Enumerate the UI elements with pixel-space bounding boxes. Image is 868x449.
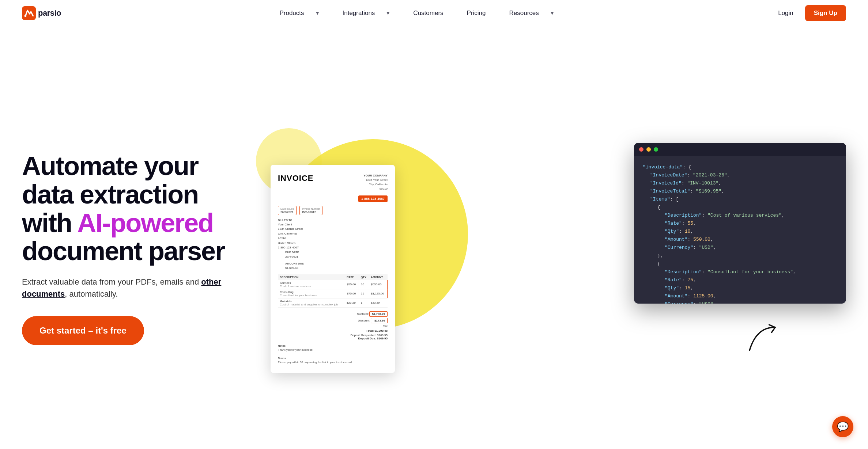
code-line: "Amount" xyxy=(643,293,687,299)
code-titlebar xyxy=(634,143,846,156)
invoice-cell-qty-1: 10 xyxy=(359,280,369,289)
invoice-number-value: INV-10012 xyxy=(302,210,316,214)
invoice-amount-due: $1,699.48 xyxy=(285,266,388,271)
code-line: { xyxy=(643,205,660,210)
code-line: : xyxy=(679,229,685,234)
code-line: 15 xyxy=(685,285,691,291)
invoice-col-rate: RATE xyxy=(345,274,359,280)
code-line: : xyxy=(693,245,699,250)
code-line: : xyxy=(682,180,687,186)
navbar: parsio Products ▾ Integrations ▾ Custome… xyxy=(0,0,868,26)
code-line: "InvoiceTotal" xyxy=(643,189,690,194)
code-line: "Description" xyxy=(643,213,702,218)
code-line: "Rate" xyxy=(643,277,682,283)
hero-subtitle: Extract valuable data from your PDFs, em… xyxy=(22,276,249,300)
code-line: 75 xyxy=(687,277,693,283)
code-line: , xyxy=(690,229,693,234)
code-line: : xyxy=(687,172,693,178)
code-line: : xyxy=(687,293,693,299)
company-name: YOUR COMPANY xyxy=(363,174,388,177)
invoice-col-qty: QTY xyxy=(359,274,369,280)
invoice-fields-row: Date Issued 26/3/2021 Invoice Number INV… xyxy=(278,206,388,215)
code-line: 55 xyxy=(687,221,693,226)
invoice-total: Total: $1,699.48 xyxy=(278,329,388,332)
invoice-cell-qty-3: 1 xyxy=(359,298,369,307)
code-line: "Cost of various services" xyxy=(707,213,782,218)
signup-button[interactable]: Sign Up xyxy=(805,5,846,21)
logo-text: parsio xyxy=(38,8,61,18)
code-line: { xyxy=(643,261,660,267)
arrow-decoration xyxy=(741,315,790,358)
hero-section: Automate yourdata extractionwith AI-powe… xyxy=(0,26,868,449)
invoice-deposit-due-value: $169.95 xyxy=(377,337,388,340)
code-line: , xyxy=(690,285,693,291)
invoice-discount: Discount: -$173.66 xyxy=(278,318,388,323)
invoice-cell-amount-1: $550.00 xyxy=(369,280,387,289)
code-line: "InvoiceId" xyxy=(643,180,682,186)
invoice-discount-value: -$173.66 xyxy=(371,318,388,323)
hero-subtitle-text1: Extract valuable data from your PDFs, em… xyxy=(22,277,201,286)
nav-customers-label: Customers xyxy=(408,7,448,20)
chat-icon: 💬 xyxy=(837,421,849,433)
code-line: "Currency" xyxy=(643,245,693,250)
code-line: : xyxy=(687,237,693,242)
code-line: "Currency" xyxy=(643,301,693,303)
nav-item-pricing[interactable]: Pricing xyxy=(457,4,496,23)
invoice-cell-desc-1: ServicesCost of various services xyxy=(278,280,345,289)
invoice-notes: Thank you for your business! xyxy=(278,348,313,351)
code-line: : xyxy=(702,269,707,275)
invoice-date-field: Date Issued 26/3/2021 xyxy=(278,206,297,215)
invoice-col-desc: DESCRIPTION xyxy=(278,274,345,280)
code-line: , xyxy=(727,172,730,178)
hero-right: "invoice-data": { "InvoiceDate": "2021-0… xyxy=(249,121,846,377)
code-line: , xyxy=(793,269,796,275)
chat-bubble[interactable]: 💬 xyxy=(832,416,853,437)
hero-title-highlight: AI-powered xyxy=(77,208,213,237)
code-line: : xyxy=(702,213,707,218)
invoice-col-amount: AMOUNT xyxy=(369,274,387,280)
code-line: , xyxy=(693,221,696,226)
invoice-subtotal-value: $1,798.29 xyxy=(369,311,388,317)
chevron-down-icon: ▾ xyxy=(311,6,324,20)
invoice-billed-to: Billed To Your Client 1234 Clients Stree… xyxy=(278,218,388,251)
invoice-tax: Tax xyxy=(278,324,388,328)
invoice-deposit: Deposit Requested: $169.95 xyxy=(278,334,388,337)
nav-right: Login Sign Up xyxy=(772,5,846,21)
code-line: : { xyxy=(683,164,691,170)
logo-icon xyxy=(22,6,36,20)
invoice-date-value: 26/3/2021 xyxy=(280,210,294,214)
code-line: "Description" xyxy=(643,269,702,275)
window-dot-yellow xyxy=(646,147,651,152)
invoice-deposit-value: $169.95 xyxy=(377,334,388,337)
logo[interactable]: parsio xyxy=(22,6,61,20)
code-line: , xyxy=(782,213,785,218)
code-line: 1125.00 xyxy=(693,293,713,299)
code-line: }, xyxy=(643,253,663,259)
code-line: , xyxy=(713,301,716,303)
invoice-totals: Subtotal: $1,798.29 Discount: -$173.66 T… xyxy=(278,311,388,340)
code-line: : [ xyxy=(670,197,679,202)
nav-item-customers[interactable]: Customers xyxy=(403,4,453,23)
code-line: "Consultant for your business" xyxy=(707,269,793,275)
code-window: "invoice-data": { "InvoiceDate": "2021-0… xyxy=(634,143,846,304)
invoice-terms: Please pay within 30 days using the link… xyxy=(278,361,353,364)
cta-button[interactable]: Get started – it's free xyxy=(22,316,144,345)
login-button[interactable]: Login xyxy=(772,7,799,20)
invoice-cell-rate-1: $55.00 xyxy=(345,280,359,289)
invoice-row-3: MaterialsCost of material and supplies o… xyxy=(278,298,388,307)
code-line: , xyxy=(693,277,696,283)
code-line: "$169.95" xyxy=(696,189,721,194)
code-line: "USD" xyxy=(699,301,713,303)
code-line: , xyxy=(713,245,716,250)
invoice-footer: Notes Thank you for your business! Terms… xyxy=(278,344,388,364)
code-line: : xyxy=(679,285,685,291)
nav-item-products[interactable]: Products ▾ xyxy=(269,3,329,23)
nav-pricing-label: Pricing xyxy=(462,7,491,20)
nav-item-resources[interactable]: Resources ▾ xyxy=(499,3,564,23)
company-info: YOUR COMPANY 1234 Your StreetCity, Calif… xyxy=(363,174,388,191)
chevron-down-icon: ▾ xyxy=(546,6,559,20)
invoice-subtotal: Subtotal: $1,798.29 xyxy=(278,311,388,317)
nav-item-integrations[interactable]: Integrations ▾ xyxy=(332,3,400,23)
invoice-cell-desc-3: MaterialsCost of material and supplies o… xyxy=(278,298,345,307)
code-line: 10 xyxy=(685,229,691,234)
